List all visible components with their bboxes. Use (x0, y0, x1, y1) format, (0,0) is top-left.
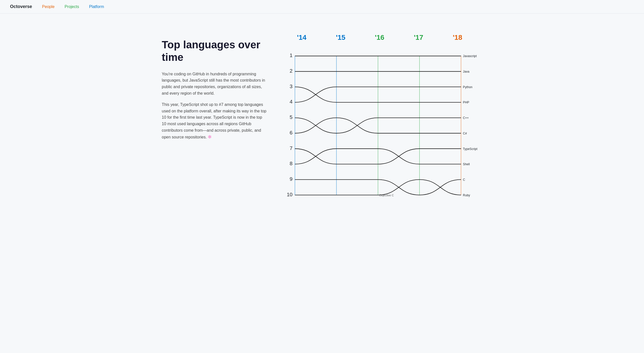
rank-label: 8 (290, 160, 293, 166)
nav-people[interactable]: People (42, 5, 55, 9)
nav-platform[interactable]: Platform (89, 5, 104, 9)
language-label: C (463, 178, 465, 182)
bump-chart: JavascriptJavaPythonPHPC++C#TypeScriptSh… (282, 47, 482, 207)
language-label: Java (463, 70, 469, 73)
language-label: C# (463, 132, 467, 135)
section-title: Top languages over time (162, 39, 267, 64)
rank-label: 9 (290, 176, 293, 182)
year-label: '16 (375, 34, 384, 42)
rank-label: 10 (287, 192, 292, 197)
description-2: This year, TypeScript shot up to #7 amon… (162, 101, 267, 141)
header: Octoverse People Projects Platform (0, 0, 644, 14)
rank-label: 2 (290, 68, 293, 74)
snowflake-icon: ✻ (208, 134, 212, 139)
year-label: '17 (414, 34, 423, 42)
language-label: Javascript (463, 54, 477, 58)
language-label: Ruby (463, 194, 470, 197)
year-label: '18 (453, 34, 462, 42)
main-content: Top languages over time You're coding on… (147, 14, 497, 222)
nav-projects[interactable]: Projects (65, 5, 79, 9)
rank-label: 3 (290, 83, 293, 89)
rank-label: 7 (290, 145, 293, 151)
language-label: Shell (463, 162, 470, 166)
rank-label: 6 (290, 130, 293, 135)
rank-label: 5 (290, 114, 293, 120)
objective-c-label: Objective C (379, 194, 394, 197)
description-1: You're coding on GitHub in hundreds of p… (162, 71, 267, 96)
year-label: '14 (297, 34, 306, 42)
rank-label: 4 (290, 99, 293, 104)
chart-panel: '14'15'16'17'18 JavascriptJavaPythonPHPC… (282, 34, 482, 207)
logo: Octoverse (10, 4, 32, 9)
language-label: PHP (463, 101, 469, 104)
left-panel: Top languages over time You're coding on… (162, 34, 267, 207)
rank-label: 1 (290, 52, 293, 58)
year-labels: '14'15'16'17'18 (282, 34, 482, 47)
language-label: Python (463, 85, 472, 89)
year-label: '15 (336, 34, 346, 42)
language-label: C++ (463, 116, 469, 120)
language-label: TypeScript (463, 147, 477, 151)
